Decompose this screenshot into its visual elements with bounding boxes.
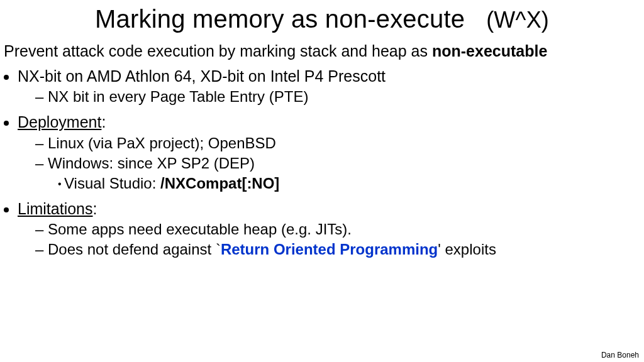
bullet-list: NX-bit on AMD Athlon 64, XD-bit on Intel… — [0, 67, 644, 259]
bullet-3-sub-2: Does not defend against `Return Oriented… — [35, 240, 644, 259]
b1-mid2: -bit on — [222, 67, 270, 85]
bullet-2-sub-1: Linux (via PaX project); OpenBSD — [35, 134, 644, 153]
b3-s2-blue: Return Oriented Programming — [221, 241, 438, 258]
bullet-2-sub-2a: Visual Studio: /NXCompat[:NO] — [58, 174, 644, 193]
slide: Marking memory as non-execute (W^X) Prev… — [0, 0, 644, 362]
b3-head: Limitations — [18, 200, 93, 217]
footer-author: Dan Boneh — [601, 351, 639, 359]
intro-line: Prevent attack code execution by marking… — [4, 42, 644, 60]
b2-colon: : — [101, 113, 106, 131]
bullet-3: Limitations: Some apps need executable h… — [18, 199, 644, 259]
title-sub: (W^X) — [486, 7, 549, 33]
b1-amd: AMD Athlon 64, — [87, 67, 201, 85]
intro-prefix: Prevent attack code execution by marking… — [4, 42, 432, 60]
bullet-1-sub: NX bit in every Page Table Entry (PTE) — [18, 87, 644, 106]
b2-s2a-bold: /NXCompat[:NO] — [160, 175, 279, 192]
bullet-2-sub: Linux (via PaX project); OpenBSD Windows… — [18, 134, 644, 193]
b1-xd: XD — [200, 67, 222, 85]
b1-nx: NX — [18, 67, 40, 85]
bullet-1-sub-1: NX bit in every Page Table Entry (PTE) — [35, 87, 644, 106]
bullet-2-sub-2-sub: Visual Studio: /NXCompat[:NO] — [35, 174, 644, 193]
b2-s1-text: Linux (via PaX project); OpenBSD — [48, 134, 276, 151]
intro-bold: non-executable — [432, 42, 547, 60]
b2-s2-text: Windows: since XP SP2 (DEP) — [48, 155, 255, 172]
bullet-3-sub: Some apps need executable heap (e.g. JIT… — [18, 220, 644, 259]
b3-s2-pre: Does not defend against ` — [48, 241, 221, 258]
bullet-2-sub-2: Windows: since XP SP2 (DEP) Visual Studi… — [35, 154, 644, 193]
b3-s2-post: ' exploits — [438, 241, 496, 258]
b2-s2a-label: Visual Studio: — [64, 175, 160, 192]
b2-head: Deployment — [18, 113, 101, 131]
bullet-3-sub-1: Some apps need executable heap (e.g. JIT… — [35, 220, 644, 239]
slide-title: Marking memory as non-execute (W^X) — [0, 0, 644, 33]
b1-intel: Intel P4 Prescott — [270, 67, 386, 85]
title-main: Marking memory as non-execute — [95, 5, 465, 33]
b1-mid1: -bit on — [40, 67, 87, 85]
b1-sub1-text: NX bit in every Page Table Entry (PTE) — [48, 88, 308, 105]
b3-s1-text: Some apps need executable heap (e.g. JIT… — [48, 221, 352, 238]
bullet-1: NX-bit on AMD Athlon 64, XD-bit on Intel… — [18, 67, 644, 106]
b3-colon: : — [93, 200, 97, 217]
bullet-2: Deployment: Linux (via PaX project); Ope… — [18, 112, 644, 192]
